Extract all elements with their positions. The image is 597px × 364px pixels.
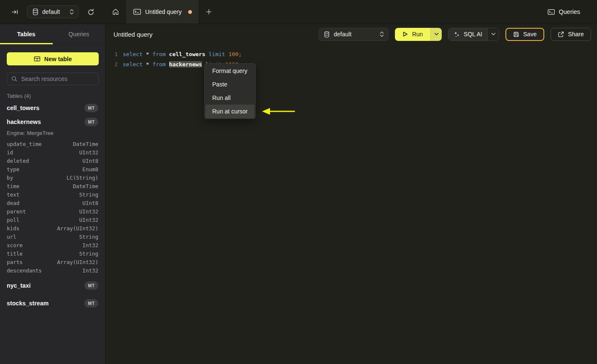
table-row[interactable]: nyc_taxiMT bbox=[7, 278, 98, 292]
query-header-controls: default Run SQL AI bbox=[319, 28, 591, 41]
code-line[interactable]: 2select * from hackernews limit 1000 bbox=[106, 59, 597, 69]
column-name: text bbox=[7, 191, 19, 198]
column-row[interactable]: scoreInt32 bbox=[7, 241, 98, 249]
code-token: from bbox=[152, 51, 165, 57]
mt-badge: MT bbox=[84, 104, 98, 112]
table-name: cell_towers bbox=[7, 105, 39, 111]
code-token: cell_towers bbox=[169, 51, 205, 57]
code-token bbox=[166, 51, 169, 57]
share-button-label: Share bbox=[568, 31, 583, 38]
code-token: limit bbox=[209, 51, 225, 57]
column-row[interactable]: urlString bbox=[7, 232, 98, 241]
column-row[interactable]: byLC(String) bbox=[7, 173, 98, 182]
share-button[interactable]: Share bbox=[551, 28, 591, 41]
query-header: Untitled query default Run bbox=[106, 24, 597, 44]
menu-item-paste[interactable]: Paste bbox=[205, 78, 254, 91]
column-name: id bbox=[7, 149, 13, 156]
table-row[interactable]: hackernewsMT bbox=[7, 115, 98, 129]
column-type: UInt32 bbox=[79, 217, 98, 223]
topbar-database-select[interactable]: default bbox=[27, 5, 78, 18]
queries-terminal-icon bbox=[548, 9, 555, 15]
column-type: String bbox=[79, 234, 98, 240]
table-engine-label: Engine: MergeTree bbox=[7, 129, 98, 137]
new-table-button[interactable]: New table bbox=[7, 52, 99, 65]
sidebar-tab-queries-label: Queries bbox=[68, 31, 89, 38]
column-row[interactable]: textString bbox=[7, 190, 98, 199]
column-row[interactable]: typeEnum8 bbox=[7, 165, 98, 173]
column-row[interactable]: titleString bbox=[7, 249, 98, 258]
menu-item-run-at-cursor[interactable]: Run at cursor bbox=[205, 105, 254, 118]
home-button[interactable] bbox=[105, 0, 125, 24]
sidebar-tab-tables[interactable]: Tables bbox=[0, 24, 53, 44]
chevron-down-icon bbox=[434, 32, 439, 36]
column-name: type bbox=[7, 166, 19, 173]
column-name: by bbox=[7, 175, 13, 181]
column-name: title bbox=[7, 251, 23, 257]
tab-strip: Untitled query bbox=[105, 0, 219, 24]
line-number: 1 bbox=[113, 51, 118, 57]
code-token: * bbox=[146, 61, 149, 67]
column-type: String bbox=[79, 251, 98, 257]
sidebar-tab-queries[interactable]: Queries bbox=[53, 24, 105, 44]
selected-token: hackernews bbox=[169, 61, 202, 67]
column-row[interactable]: descendantsInt32 bbox=[7, 266, 98, 275]
mt-badge: MT bbox=[84, 299, 98, 307]
header-database-value: default bbox=[334, 31, 375, 38]
search-input[interactable] bbox=[21, 75, 97, 82]
code-token: select bbox=[123, 51, 143, 57]
column-row[interactable]: update_timeDateTime bbox=[7, 140, 98, 148]
collapse-sidebar-icon[interactable] bbox=[9, 6, 20, 17]
column-row[interactable]: pollUInt32 bbox=[7, 216, 98, 224]
column-name: score bbox=[7, 242, 23, 248]
column-row[interactable]: kidsArray(UInt32) bbox=[7, 224, 98, 232]
tab-untitled-query[interactable]: Untitled query bbox=[125, 0, 199, 24]
sql-ai-caret[interactable] bbox=[487, 28, 499, 40]
table-name: hackernews bbox=[7, 119, 41, 125]
queries-button[interactable]: Queries bbox=[548, 8, 580, 15]
run-button[interactable]: Run bbox=[395, 28, 430, 41]
column-row[interactable]: parentUInt32 bbox=[7, 207, 98, 216]
code-token bbox=[143, 61, 146, 67]
updown-chevron-icon bbox=[70, 9, 74, 15]
database-icon bbox=[32, 8, 38, 15]
column-row[interactable]: deadUInt8 bbox=[7, 199, 98, 207]
column-row[interactable]: idUInt32 bbox=[7, 148, 98, 156]
column-name: deleted bbox=[7, 158, 29, 164]
sql-ai-label: SQL AI bbox=[464, 31, 482, 38]
updown-chevron-icon bbox=[380, 31, 384, 37]
plus-icon bbox=[205, 8, 212, 15]
column-name: parts bbox=[7, 259, 23, 265]
save-button-label: Save bbox=[523, 31, 537, 38]
header-database-select[interactable]: default bbox=[319, 28, 389, 41]
column-type: LC(String) bbox=[67, 175, 98, 181]
run-button-label: Run bbox=[412, 31, 423, 38]
new-tab-button[interactable] bbox=[199, 0, 219, 24]
topbar-left-cluster: default bbox=[0, 0, 105, 24]
column-row[interactable]: deletedUInt8 bbox=[7, 156, 98, 165]
home-icon bbox=[112, 8, 119, 16]
column-row[interactable]: partsArray(UInt32) bbox=[7, 258, 98, 266]
code-line[interactable]: 1select * from cell_towers limit 100; bbox=[106, 49, 597, 59]
column-type: String bbox=[79, 191, 98, 198]
database-icon bbox=[324, 31, 330, 38]
menu-item-format-query[interactable]: Format query bbox=[205, 64, 254, 78]
sidebar-tabs: Tables Queries bbox=[0, 24, 105, 44]
code-token bbox=[166, 61, 169, 67]
column-type: Int32 bbox=[82, 267, 98, 274]
table-row[interactable]: stocks_streamMT bbox=[7, 296, 98, 310]
topbar-right-cluster: Queries bbox=[548, 8, 597, 15]
column-type: DateTime bbox=[73, 183, 98, 189]
run-options-caret[interactable] bbox=[430, 28, 442, 41]
search-box[interactable] bbox=[7, 73, 99, 85]
save-button[interactable]: Save bbox=[505, 28, 544, 41]
sql-editor[interactable]: 1select * from cell_towers limit 100;2se… bbox=[106, 44, 597, 364]
table-name: stocks_stream bbox=[7, 300, 49, 307]
column-type: UInt32 bbox=[79, 208, 98, 215]
column-type: UInt8 bbox=[82, 200, 98, 206]
sql-ai-button[interactable]: SQL AI bbox=[448, 28, 487, 40]
table-row[interactable]: cell_towersMT bbox=[7, 101, 98, 115]
refresh-icon[interactable] bbox=[85, 6, 96, 17]
column-row[interactable]: timeDateTime bbox=[7, 182, 98, 190]
code-token: from bbox=[152, 61, 165, 67]
menu-item-run-all[interactable]: Run all bbox=[205, 91, 254, 105]
